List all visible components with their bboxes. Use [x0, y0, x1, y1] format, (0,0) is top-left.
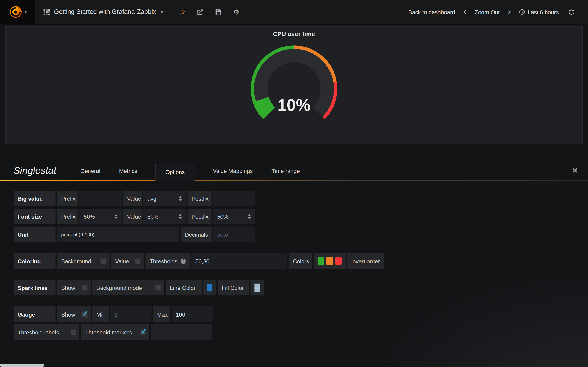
decimals-input[interactable]	[213, 227, 255, 242]
line-color-swatch-seg	[203, 280, 216, 296]
spark-show-toggle[interactable]: Show	[57, 280, 91, 296]
big-value-stat-select[interactable]: avg	[143, 191, 186, 206]
threshold-markers-checkbox[interactable]	[140, 329, 146, 335]
time-shift-left-button[interactable]: ‹	[461, 7, 469, 16]
tab-metrics[interactable]: Metrics	[118, 168, 138, 180]
tab-value-mappings[interactable]: Value Mappings	[212, 168, 253, 180]
filler-segment	[151, 324, 212, 340]
time-range-picker[interactable]: Last 6 hours	[515, 9, 562, 15]
red-color-swatch[interactable]	[335, 257, 342, 265]
share-dashboard-button[interactable]	[191, 0, 209, 24]
big-value-value-label: Value	[123, 191, 142, 206]
zoom-out-button[interactable]: Zoom Out	[471, 9, 503, 15]
save-dashboard-button[interactable]	[209, 0, 227, 24]
threshold-labels-checkbox[interactable]	[70, 329, 76, 335]
decimals-label: Decimals	[181, 227, 212, 242]
big-value-postfix-input[interactable]	[213, 191, 255, 206]
big-value-row: Big value Prefix Value avg Postfix	[14, 191, 588, 206]
spark-lines-row: Spark lines Show Background mode Line Co…	[14, 280, 588, 296]
dashboard-grid-icon	[43, 9, 50, 15]
coloring-background-toggle[interactable]: Background	[57, 253, 110, 269]
line-color-swatch[interactable]	[208, 284, 212, 292]
gauge-min-input[interactable]	[110, 307, 152, 322]
big-value-postfix-label: Postfix	[187, 191, 211, 206]
fill-color-label: Fill Color	[217, 280, 249, 296]
navbar-right: Back to dashboard ‹ Zoom Out › Last 6 ho…	[405, 0, 588, 24]
tab-time-range[interactable]: Time range	[271, 168, 300, 180]
star-dashboard-button[interactable]: ☆	[173, 0, 191, 24]
coloring-background-label: Background	[61, 258, 91, 264]
font-size-value-label: Value	[123, 209, 142, 224]
unit-picker[interactable]: percent (0-100)	[57, 227, 179, 242]
spark-show-checkbox[interactable]	[82, 285, 87, 290]
panel-editor: Singlestat General Metrics Options Value…	[0, 159, 588, 367]
refresh-icon	[568, 9, 574, 15]
dashboard-settings-button[interactable]: ⚙	[227, 0, 245, 24]
gauge-show-checkbox[interactable]	[82, 311, 87, 317]
gauge-min-label: Min	[92, 307, 109, 322]
grafana-logo-menu[interactable]: ▾	[0, 0, 35, 24]
select-arrows-icon	[114, 214, 117, 219]
font-size-prefix-select[interactable]: 50%	[79, 209, 121, 224]
gear-icon: ⚙	[233, 8, 239, 16]
font-size-prefix-label: Prefix	[57, 209, 78, 224]
share-icon	[197, 9, 203, 15]
dashboard-title-button[interactable]: Getting Started with Grafana-Zabbix ▾	[35, 0, 173, 24]
coloring-value-checkbox[interactable]	[135, 258, 141, 264]
font-size-postfix-select[interactable]: 50%	[213, 209, 255, 224]
editor-panel-type: Singlestat	[14, 165, 56, 180]
gauge-panel: CPU user time 10%	[5, 26, 583, 144]
refresh-button[interactable]	[565, 6, 578, 18]
dashboard-area: CPU user time 10%	[0, 24, 588, 144]
big-value-section-label: Big value	[14, 191, 56, 206]
options-tab-content: Big value Prefix Value avg Postfix Font …	[0, 181, 588, 367]
thresholds-label: Thresholds ?	[145, 253, 190, 269]
select-arrows-icon	[179, 214, 182, 219]
threshold-markers-toggle[interactable]: Threshold markers	[81, 324, 149, 340]
font-size-postfix-label: Postfix	[187, 209, 211, 224]
font-size-section-label: Font size	[14, 209, 56, 224]
spark-background-mode-toggle[interactable]: Background mode	[92, 280, 164, 296]
coloring-value-toggle[interactable]: Value	[111, 253, 144, 269]
tab-options[interactable]: Options	[155, 164, 195, 181]
thresholds-input[interactable]	[191, 253, 287, 269]
time-shift-right-button[interactable]: ›	[506, 7, 513, 16]
unit-section-label: Unit	[14, 227, 56, 242]
editor-header: Singlestat General Metrics Options Value…	[0, 159, 588, 180]
tab-general[interactable]: General	[79, 168, 101, 180]
line-color-label: Line Color	[166, 280, 202, 296]
select-arrows-icon	[179, 196, 182, 201]
big-value-prefix-label: Prefix	[57, 191, 78, 206]
editor-tabs: General Metrics Options Value Mappings T…	[79, 164, 300, 180]
threshold-labels-toggle[interactable]: Threshold labels	[14, 324, 79, 340]
orange-color-swatch[interactable]	[326, 257, 333, 265]
threshold-markers-label: Threshold markers	[85, 329, 132, 335]
select-arrows-icon	[248, 214, 251, 219]
caret-down-icon: ▾	[25, 10, 27, 15]
coloring-row: Coloring Background Value Thresholds ? C…	[14, 253, 588, 269]
green-color-swatch[interactable]	[318, 257, 324, 265]
help-icon[interactable]: ?	[181, 258, 186, 264]
font-size-value-select[interactable]: 80%	[143, 209, 186, 224]
coloring-background-checkbox[interactable]	[101, 258, 106, 264]
threshold-labels-label: Threshold labels	[18, 329, 59, 335]
threshold-color-swatches	[313, 253, 346, 269]
spark-lines-section-label: Spark lines	[14, 280, 56, 296]
back-to-dashboard-button[interactable]: Back to dashboard	[405, 9, 459, 15]
big-value-prefix-input[interactable]	[79, 191, 121, 206]
invert-order-button[interactable]: invert order	[347, 253, 384, 269]
fill-color-swatch[interactable]	[255, 284, 260, 292]
navbar: ▾ Getting Started with Grafana-Zabbix ▾ …	[0, 0, 588, 24]
dashboard-title: Getting Started with Grafana-Zabbix	[54, 8, 156, 16]
coloring-section-label: Coloring	[14, 253, 56, 269]
panel-title[interactable]: CPU user time	[273, 31, 315, 37]
gauge-show-toggle[interactable]: Show	[57, 307, 91, 322]
gauge-max-label: Max	[153, 307, 170, 322]
grafana-app: ▾ Getting Started with Grafana-Zabbix ▾ …	[0, 0, 588, 367]
spark-background-mode-label: Background mode	[96, 284, 142, 291]
gauge-max-input[interactable]	[172, 307, 213, 322]
clock-icon	[519, 9, 525, 15]
spark-background-mode-checkbox[interactable]	[155, 285, 161, 290]
close-editor-icon[interactable]: ×	[572, 166, 578, 175]
horizontal-scrollbar-thumb[interactable]	[0, 364, 44, 367]
